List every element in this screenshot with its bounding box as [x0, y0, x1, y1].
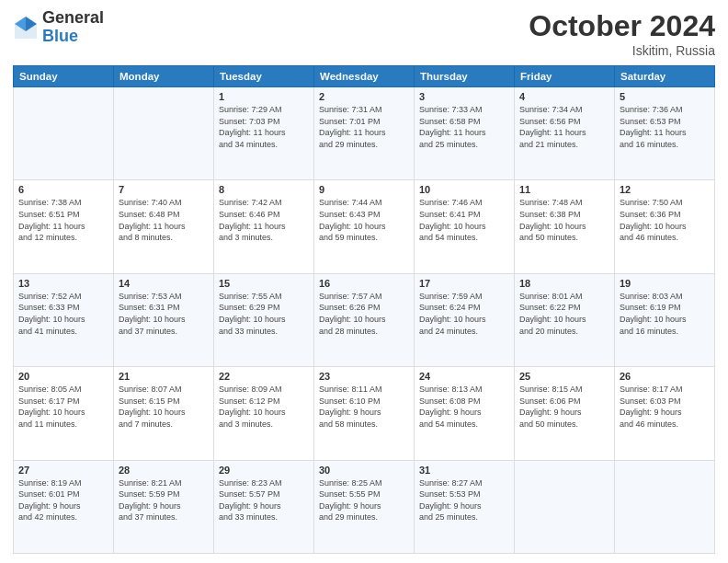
logo-text: General Blue	[42, 9, 104, 46]
table-row: 27Sunrise: 8:19 AM Sunset: 6:01 PM Dayli…	[14, 460, 114, 553]
title-month: October 2024	[529, 9, 715, 43]
calendar-table: Sunday Monday Tuesday Wednesday Thursday…	[13, 65, 715, 554]
day-info: Sunrise: 7:34 AM Sunset: 6:56 PM Dayligh…	[519, 104, 609, 150]
day-number: 29	[219, 465, 309, 476]
table-row: 14Sunrise: 7:53 AM Sunset: 6:31 PM Dayli…	[114, 273, 214, 366]
day-number: 13	[18, 278, 108, 289]
day-number: 14	[119, 278, 209, 289]
table-row: 19Sunrise: 8:03 AM Sunset: 6:19 PM Dayli…	[615, 273, 715, 366]
day-number: 5	[620, 91, 710, 102]
header: General Blue October 2024 Iskitim, Russi…	[13, 9, 715, 58]
table-row: 31Sunrise: 8:27 AM Sunset: 5:53 PM Dayli…	[415, 460, 515, 553]
col-monday: Monday	[114, 66, 214, 87]
day-number: 9	[319, 184, 409, 195]
day-info: Sunrise: 8:11 AM Sunset: 6:10 PM Dayligh…	[319, 384, 409, 430]
day-number: 25	[519, 371, 609, 382]
table-row: 24Sunrise: 8:13 AM Sunset: 6:08 PM Dayli…	[415, 367, 515, 460]
table-row: 1Sunrise: 7:29 AM Sunset: 7:03 PM Daylig…	[214, 87, 314, 180]
day-number: 31	[419, 465, 509, 476]
day-number: 20	[18, 371, 108, 382]
col-thursday: Thursday	[415, 66, 515, 87]
table-row: 28Sunrise: 8:21 AM Sunset: 5:59 PM Dayli…	[114, 460, 214, 553]
day-info: Sunrise: 7:29 AM Sunset: 7:03 PM Dayligh…	[219, 104, 309, 150]
day-info: Sunrise: 8:17 AM Sunset: 6:03 PM Dayligh…	[620, 384, 710, 430]
day-number: 10	[419, 184, 509, 195]
table-row: 2Sunrise: 7:31 AM Sunset: 7:01 PM Daylig…	[314, 87, 415, 180]
day-number: 2	[319, 91, 409, 102]
col-friday: Friday	[515, 66, 615, 87]
day-number: 22	[219, 371, 309, 382]
day-number: 23	[319, 371, 409, 382]
table-row: 29Sunrise: 8:23 AM Sunset: 5:57 PM Dayli…	[214, 460, 314, 553]
day-info: Sunrise: 8:25 AM Sunset: 5:55 PM Dayligh…	[319, 477, 409, 523]
day-number: 19	[620, 278, 710, 289]
day-info: Sunrise: 7:31 AM Sunset: 7:01 PM Dayligh…	[319, 104, 409, 150]
day-info: Sunrise: 8:13 AM Sunset: 6:08 PM Dayligh…	[419, 384, 509, 430]
logo: General Blue	[13, 9, 104, 46]
col-tuesday: Tuesday	[214, 66, 314, 87]
day-number: 18	[519, 278, 609, 289]
day-info: Sunrise: 7:55 AM Sunset: 6:29 PM Dayligh…	[219, 291, 309, 337]
table-row: 9Sunrise: 7:44 AM Sunset: 6:43 PM Daylig…	[314, 180, 415, 273]
day-number: 3	[419, 91, 509, 102]
day-info: Sunrise: 8:21 AM Sunset: 5:59 PM Dayligh…	[119, 477, 209, 523]
table-row: 21Sunrise: 8:07 AM Sunset: 6:15 PM Dayli…	[114, 367, 214, 460]
day-info: Sunrise: 7:36 AM Sunset: 6:53 PM Dayligh…	[620, 104, 710, 150]
day-info: Sunrise: 7:48 AM Sunset: 6:38 PM Dayligh…	[519, 197, 609, 243]
day-number: 30	[319, 465, 409, 476]
day-info: Sunrise: 8:19 AM Sunset: 6:01 PM Dayligh…	[18, 477, 108, 523]
table-row: 12Sunrise: 7:50 AM Sunset: 6:36 PM Dayli…	[615, 180, 715, 273]
day-number: 8	[219, 184, 309, 195]
day-number: 26	[620, 371, 710, 382]
calendar-week-4: 20Sunrise: 8:05 AM Sunset: 6:17 PM Dayli…	[14, 367, 715, 460]
title-location: Iskitim, Russia	[529, 43, 715, 58]
header-row: Sunday Monday Tuesday Wednesday Thursday…	[14, 66, 715, 87]
table-row: 10Sunrise: 7:46 AM Sunset: 6:41 PM Dayli…	[415, 180, 515, 273]
table-row: 13Sunrise: 7:52 AM Sunset: 6:33 PM Dayli…	[14, 273, 114, 366]
day-info: Sunrise: 8:07 AM Sunset: 6:15 PM Dayligh…	[119, 384, 209, 430]
table-row: 17Sunrise: 7:59 AM Sunset: 6:24 PM Dayli…	[415, 273, 515, 366]
table-row: 18Sunrise: 8:01 AM Sunset: 6:22 PM Dayli…	[515, 273, 615, 366]
day-number: 12	[620, 184, 710, 195]
day-number: 17	[419, 278, 509, 289]
day-info: Sunrise: 7:33 AM Sunset: 6:58 PM Dayligh…	[419, 104, 509, 150]
table-row: 16Sunrise: 7:57 AM Sunset: 6:26 PM Dayli…	[314, 273, 415, 366]
table-row: 15Sunrise: 7:55 AM Sunset: 6:29 PM Dayli…	[214, 273, 314, 366]
day-info: Sunrise: 7:52 AM Sunset: 6:33 PM Dayligh…	[18, 291, 108, 337]
col-wednesday: Wednesday	[314, 66, 415, 87]
day-number: 27	[18, 465, 108, 476]
day-number: 6	[18, 184, 108, 195]
table-row: 30Sunrise: 8:25 AM Sunset: 5:55 PM Dayli…	[314, 460, 415, 553]
calendar-week-5: 27Sunrise: 8:19 AM Sunset: 6:01 PM Dayli…	[14, 460, 715, 553]
col-sunday: Sunday	[14, 66, 114, 87]
day-info: Sunrise: 7:46 AM Sunset: 6:41 PM Dayligh…	[419, 197, 509, 243]
table-row: 4Sunrise: 7:34 AM Sunset: 6:56 PM Daylig…	[515, 87, 615, 180]
day-info: Sunrise: 7:59 AM Sunset: 6:24 PM Dayligh…	[419, 291, 509, 337]
page: General Blue October 2024 Iskitim, Russi…	[0, 0, 728, 563]
day-info: Sunrise: 7:57 AM Sunset: 6:26 PM Dayligh…	[319, 291, 409, 337]
day-info: Sunrise: 7:44 AM Sunset: 6:43 PM Dayligh…	[319, 197, 409, 243]
day-info: Sunrise: 8:01 AM Sunset: 6:22 PM Dayligh…	[519, 291, 609, 337]
logo-blue-text: Blue	[42, 28, 104, 46]
day-info: Sunrise: 7:50 AM Sunset: 6:36 PM Dayligh…	[620, 197, 710, 243]
day-number: 21	[119, 371, 209, 382]
table-row: 25Sunrise: 8:15 AM Sunset: 6:06 PM Dayli…	[515, 367, 615, 460]
table-row: 11Sunrise: 7:48 AM Sunset: 6:38 PM Dayli…	[515, 180, 615, 273]
day-info: Sunrise: 8:23 AM Sunset: 5:57 PM Dayligh…	[219, 477, 309, 523]
day-info: Sunrise: 7:38 AM Sunset: 6:51 PM Dayligh…	[18, 197, 108, 243]
day-number: 4	[519, 91, 609, 102]
col-saturday: Saturday	[615, 66, 715, 87]
day-number: 16	[319, 278, 409, 289]
calendar-week-2: 6Sunrise: 7:38 AM Sunset: 6:51 PM Daylig…	[14, 180, 715, 273]
day-info: Sunrise: 7:40 AM Sunset: 6:48 PM Dayligh…	[119, 197, 209, 243]
table-row: 23Sunrise: 8:11 AM Sunset: 6:10 PM Dayli…	[314, 367, 415, 460]
day-info: Sunrise: 8:09 AM Sunset: 6:12 PM Dayligh…	[219, 384, 309, 430]
table-row: 26Sunrise: 8:17 AM Sunset: 6:03 PM Dayli…	[615, 367, 715, 460]
table-row: 22Sunrise: 8:09 AM Sunset: 6:12 PM Dayli…	[214, 367, 314, 460]
calendar-week-3: 13Sunrise: 7:52 AM Sunset: 6:33 PM Dayli…	[14, 273, 715, 366]
day-info: Sunrise: 8:27 AM Sunset: 5:53 PM Dayligh…	[419, 477, 509, 523]
day-number: 15	[219, 278, 309, 289]
table-row: 7Sunrise: 7:40 AM Sunset: 6:48 PM Daylig…	[114, 180, 214, 273]
table-row	[515, 460, 615, 553]
logo-icon	[13, 15, 39, 40]
